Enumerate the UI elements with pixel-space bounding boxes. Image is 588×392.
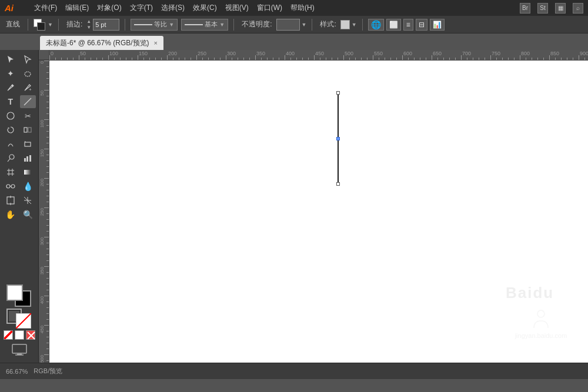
style-swatch[interactable] xyxy=(340,20,350,29)
svg-point-4 xyxy=(7,112,14,119)
add-anchor-tool[interactable]: + xyxy=(20,81,36,94)
stroke-spinners[interactable]: ▲ ▼ xyxy=(86,19,91,31)
no-stroke-swatch[interactable] xyxy=(16,313,31,329)
magic-wand-tool[interactable]: ✦ xyxy=(2,67,19,80)
stroke-swatch[interactable] xyxy=(37,22,45,31)
title-right-icons: Br St ▦ ⌕ xyxy=(520,3,583,14)
line-tool[interactable] xyxy=(20,95,36,108)
screen-mode-icon[interactable] xyxy=(11,343,28,358)
sep3 xyxy=(125,19,125,31)
warp-tool[interactable] xyxy=(2,138,19,150)
anchor-top[interactable] xyxy=(336,91,340,95)
stroke-icon-area xyxy=(6,309,32,329)
none-swatch[interactable] xyxy=(4,330,13,340)
line-style-label-2: 基本 xyxy=(205,20,218,29)
direct-selection-tool[interactable] xyxy=(20,53,36,66)
sep5 xyxy=(312,19,312,31)
white-swatch[interactable] xyxy=(15,330,24,340)
anchor-mid[interactable] xyxy=(336,137,340,140)
sep6 xyxy=(362,19,363,31)
line-style-arrow-1[interactable]: ▼ xyxy=(169,22,174,28)
rotate-tool[interactable] xyxy=(2,123,19,136)
color-swatches xyxy=(4,284,35,360)
reflect-tool[interactable] xyxy=(20,123,36,136)
extra-swatch-row xyxy=(4,330,35,340)
ruler-top: 0501001502002503003504004505005506006507… xyxy=(39,50,588,61)
selection-tool[interactable] xyxy=(2,53,19,66)
opacity-input[interactable]: 100% xyxy=(276,19,300,31)
artboard-tool[interactable] xyxy=(2,194,19,207)
line-preview-2 xyxy=(185,24,203,25)
line-style-arrow-2[interactable]: ▼ xyxy=(219,22,225,28)
distribute-icon[interactable]: ⊟ xyxy=(416,19,427,31)
sep2 xyxy=(58,19,59,31)
line-style-label-1: 等比 xyxy=(154,20,167,29)
grid-icon[interactable]: ▦ xyxy=(555,3,566,14)
red-cross-swatch[interactable] xyxy=(26,330,35,340)
anchor-bottom[interactable] xyxy=(336,182,340,186)
arrange-icon[interactable]: ⬜ xyxy=(386,19,401,31)
menu-view[interactable]: 视图(V) xyxy=(225,3,249,13)
opacity-label: 不透明度: xyxy=(239,19,274,29)
canvas-line-object[interactable] xyxy=(338,93,339,184)
line-style-dropdown-1[interactable]: 等比 ▼ xyxy=(131,19,178,31)
style-arrow[interactable]: ▼ xyxy=(352,22,357,28)
symbol-sprayer-tool[interactable] xyxy=(2,152,19,165)
svg-line-10 xyxy=(8,159,10,162)
main-area: ✦ + T ✂ xyxy=(0,50,588,363)
foreground-color-swatch[interactable] xyxy=(6,284,23,301)
svg-line-3 xyxy=(24,98,31,105)
menu-edit[interactable]: 编辑(E) xyxy=(65,3,89,13)
opacity-arrow[interactable]: ▼ xyxy=(302,22,307,28)
blend-tool[interactable] xyxy=(2,180,19,193)
menu-window[interactable]: 窗口(W) xyxy=(257,3,282,13)
tab-title: 未标题-6* @ 66.67% (RGB/预览) xyxy=(46,38,149,48)
tab-close-button[interactable]: × xyxy=(154,39,158,46)
menu-select[interactable]: 选择(S) xyxy=(161,3,185,13)
zoom-tool[interactable]: 🔍 xyxy=(20,208,36,221)
line-preview-1 xyxy=(134,24,152,25)
style-label: 样式: xyxy=(318,19,338,29)
menu-file[interactable]: 文件(F) xyxy=(34,3,57,13)
color-mode: RGB/预览 xyxy=(34,367,62,376)
svg-rect-7 xyxy=(25,142,31,146)
status-bar: 66.67% RGB/预览 xyxy=(0,363,588,379)
hand-tool[interactable]: ✋ xyxy=(2,208,19,221)
globe-icon[interactable]: 🌐 xyxy=(368,19,384,31)
stroke-color-group: ▼ xyxy=(34,19,53,31)
menu-help[interactable]: 帮助(H) xyxy=(290,3,315,13)
svg-rect-13 xyxy=(29,155,31,162)
align-icon[interactable]: ≡ xyxy=(403,19,413,31)
svg-rect-6 xyxy=(28,128,31,132)
mode-label: 直线 xyxy=(4,19,22,29)
column-graph-tool[interactable] xyxy=(20,152,36,165)
free-transform-tool[interactable] xyxy=(20,138,36,150)
canvas-document[interactable] xyxy=(49,61,588,363)
tool-row-6 xyxy=(0,123,38,137)
zoom-level: 66.67% xyxy=(6,368,28,375)
canvas-area: 0501001502002503003504004505005506006507… xyxy=(39,50,588,363)
mesh-tool[interactable] xyxy=(2,166,19,179)
menu-bar: 文件(F) 编辑(E) 对象(O) 文字(T) 选择(S) 效果(C) 视图(V… xyxy=(34,3,315,13)
stroke-weight-input[interactable]: 5 pt xyxy=(93,19,119,31)
gradient-tool[interactable] xyxy=(20,166,36,179)
lasso-tool[interactable] xyxy=(20,67,36,80)
line-style-dropdown-2[interactable]: 基本 ▼ xyxy=(181,19,228,31)
menu-type[interactable]: 文字(T) xyxy=(130,3,153,13)
eyedropper-tool[interactable]: 💧 xyxy=(20,180,36,193)
menu-object[interactable]: 对象(O) xyxy=(97,3,121,13)
bridge-icon[interactable]: Br xyxy=(520,3,530,14)
document-tab[interactable]: 未标题-6* @ 66.67% (RGB/预览) × xyxy=(40,36,163,50)
slice-tool[interactable] xyxy=(20,194,36,207)
ellipse-tool[interactable] xyxy=(2,109,19,122)
type-tool[interactable]: T xyxy=(2,95,19,108)
tool-row-2: ✦ xyxy=(0,66,38,81)
menu-effect[interactable]: 效果(C) xyxy=(193,3,217,13)
pen-tool[interactable] xyxy=(2,81,19,94)
chart-icon[interactable]: 📊 xyxy=(430,19,445,31)
stroke-weight-group: 描边: ▲ ▼ 5 pt xyxy=(64,19,119,31)
stock-icon[interactable]: St xyxy=(537,3,548,14)
fill-dropdown-arrow[interactable]: ▼ xyxy=(48,22,53,28)
scissors-tool[interactable]: ✂ xyxy=(20,109,36,122)
search-icon[interactable]: ⌕ xyxy=(573,3,583,14)
